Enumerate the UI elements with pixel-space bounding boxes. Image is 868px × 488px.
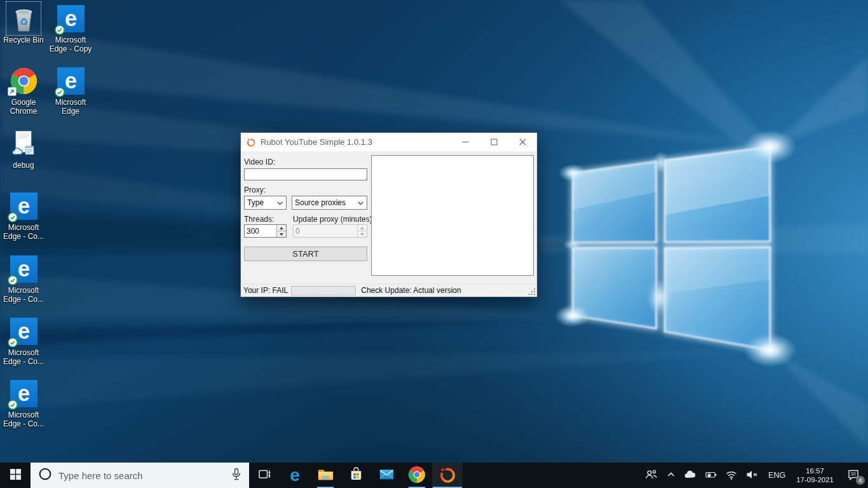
desktop-icon-debug[interactable]: debug	[1, 128, 46, 170]
desktop-icon-microsoft-edge-copy[interactable]: e Microsoft Edge - Copy	[48, 3, 93, 53]
taskbar-clock[interactable]: 16:57 17-09-2021	[791, 463, 839, 488]
taskbar-chrome-button[interactable]	[402, 463, 432, 488]
desktop-icon-microsoft-edge-co-6[interactable]: e Microsoft Edge - Co...	[1, 253, 46, 304]
rubot-app-icon	[246, 137, 256, 147]
ip-status-label: Your IP: FAIL	[243, 286, 288, 295]
desktop-icon-label: Google Chrome	[1, 98, 46, 116]
update-proxy-down-button	[358, 231, 367, 237]
resize-grip[interactable]	[527, 287, 535, 295]
svg-text:e: e	[17, 193, 29, 217]
chrome-icon	[408, 466, 426, 485]
update-proxy-spinner: 0	[293, 224, 367, 238]
window-statusbar: Your IP: FAIL Check Update: Actual versi…	[241, 283, 537, 297]
taskbar-rubot-button[interactable]	[432, 463, 463, 488]
threads-down-button[interactable]	[277, 231, 286, 237]
window-client-area: Video ID: Proxy: Type Source proxies Thr…	[241, 151, 537, 283]
svg-text:e: e	[290, 465, 300, 484]
desktop-icon-microsoft-edge-co-8[interactable]: e Microsoft Edge - Co...	[1, 377, 46, 428]
start-button[interactable]: START	[244, 247, 367, 261]
rubot-app-window: Rubot YouTube Simple 1.0.1.3 Video ID: P…	[240, 132, 538, 297]
desktop-icon-google-chrome[interactable]: Google Chrome	[1, 65, 46, 116]
desktop-icon-label: Recycle Bin	[1, 36, 46, 44]
edge-icon: e	[54, 65, 87, 97]
sync-check-badge-icon	[8, 275, 18, 285]
minimize-button[interactable]	[451, 133, 480, 151]
battery-charging-icon	[704, 468, 717, 483]
rubot-icon	[438, 465, 457, 486]
chevron-up-icon	[666, 470, 676, 482]
proxy-source-value: Source proxies	[295, 198, 346, 207]
chrome-icon	[7, 65, 40, 97]
maximize-button[interactable]	[480, 133, 508, 151]
onedrive-cloud-icon	[684, 470, 696, 482]
taskbar-mail-button[interactable]	[371, 463, 402, 488]
battery-tray-button[interactable]	[700, 463, 721, 488]
notification-badge: 4	[856, 476, 865, 485]
desktop-icon-label: Microsoft Edge	[48, 98, 93, 116]
desktop-icon-label: Microsoft Edge - Co...	[1, 410, 46, 428]
people-button[interactable]	[641, 463, 662, 488]
update-status-label: Check Update: Actual version	[361, 286, 461, 295]
desktop-icon-microsoft-edge[interactable]: e Microsoft Edge	[48, 65, 93, 116]
language-indicator[interactable]: ENG	[763, 463, 791, 488]
taskbar-file-explorer-button[interactable]	[310, 463, 341, 488]
window-titlebar[interactable]: Rubot YouTube Simple 1.0.1.3	[241, 133, 537, 151]
volume-muted-icon	[745, 469, 759, 482]
edge-icon: e	[7, 315, 40, 347]
threads-spinner[interactable]: 300	[244, 224, 287, 238]
desktop-icon-label: Microsoft Edge - Copy	[48, 36, 93, 53]
sync-check-badge-icon	[8, 337, 18, 348]
proxy-label: Proxy:	[244, 186, 266, 194]
taskbar-store-button[interactable]	[341, 463, 371, 488]
window-title: Rubot YouTube Simple 1.0.1.3	[261, 137, 372, 147]
sync-check-badge-icon	[55, 25, 65, 35]
onedrive-tray-button[interactable]	[680, 463, 700, 488]
edge-icon: e	[285, 465, 304, 486]
search-input[interactable]	[58, 470, 230, 481]
svg-text:e: e	[17, 318, 29, 342]
clock-time: 16:57	[796, 466, 834, 475]
action-center-button[interactable]: 4	[839, 463, 868, 488]
threads-up-button[interactable]	[277, 225, 286, 231]
desktop-icon-microsoft-edge-co-5[interactable]: e Microsoft Edge - Co...	[1, 190, 46, 241]
wifi-tray-button[interactable]	[721, 463, 742, 488]
sync-check-badge-icon	[55, 87, 65, 97]
store-icon	[348, 466, 365, 485]
edge-icon: e	[7, 377, 40, 409]
taskbar-search-box[interactable]	[31, 463, 249, 488]
svg-text:♻: ♻	[19, 16, 28, 27]
close-button[interactable]	[508, 133, 537, 151]
edge-icon: e	[7, 190, 40, 222]
taskbar-edge-button[interactable]: e	[280, 463, 310, 488]
proxy-type-select[interactable]: Type	[244, 196, 287, 210]
video-id-label: Video ID:	[244, 158, 275, 166]
tray-overflow-button[interactable]	[662, 463, 680, 488]
microphone-icon[interactable]	[230, 467, 243, 484]
update-proxy-value: 0	[294, 225, 357, 237]
desktop-icon-recycle-bin[interactable]: ♻Recycle Bin	[1, 3, 46, 44]
proxy-type-value: Type	[247, 198, 264, 207]
doc-icon	[7, 128, 40, 159]
desktop-icon-label: Microsoft Edge - Co...	[1, 348, 46, 366]
shortcut-arrow-badge-icon	[8, 87, 18, 97]
update-proxy-up-button	[358, 225, 367, 231]
desktop-icon-microsoft-edge-co-7[interactable]: e Microsoft Edge - Co...	[1, 315, 46, 366]
video-id-input[interactable]	[244, 168, 367, 180]
volume-tray-button[interactable]	[742, 463, 763, 488]
chevron-down-icon	[358, 198, 363, 207]
taskbar-app-buttons: e	[280, 463, 463, 488]
update-proxy-label: Update proxy (minutes):	[293, 215, 374, 224]
sync-check-badge-icon	[8, 400, 18, 410]
cortana-circle-icon	[38, 467, 52, 484]
windows-logo-icon	[10, 469, 21, 482]
log-listbox[interactable]	[371, 155, 534, 276]
proxy-source-select[interactable]: Source proxies	[292, 196, 367, 210]
mail-icon	[378, 466, 395, 485]
sync-check-badge-icon	[8, 212, 18, 222]
start-menu-button[interactable]	[0, 463, 31, 488]
svg-text:e: e	[64, 6, 76, 30]
edge-icon: e	[54, 3, 87, 34]
svg-text:e: e	[64, 68, 76, 92]
file-explorer-icon	[317, 466, 334, 485]
task-view-button[interactable]	[249, 463, 280, 488]
